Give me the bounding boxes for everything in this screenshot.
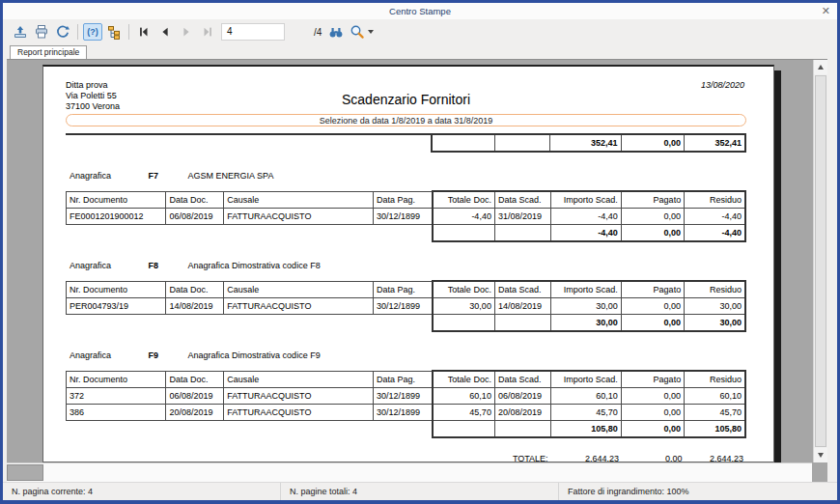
- table-row: FE0001201900012 06/08/2019 FATTURAACQUIS…: [67, 209, 746, 225]
- report-title: Scadenzario Fornitori: [66, 92, 746, 107]
- cell: -4,40: [685, 225, 745, 242]
- section-header-f8: Anagrafica F8 Anagrafica Dimostrativa co…: [66, 261, 746, 270]
- cell: 105,80: [685, 421, 745, 438]
- section-header-f7: Anagrafica F7 AGSM ENERGIA SPA: [66, 171, 746, 181]
- anagrafica-name: Anagrafica Dimostrativa codice F9: [188, 350, 321, 360]
- totals-row: 30,00 0,00 30,00: [67, 315, 746, 332]
- column-header: Causale: [224, 281, 374, 298]
- cell: 30/12/1899: [373, 388, 432, 405]
- cell: [67, 225, 166, 242]
- cell: 20/08/2019: [494, 405, 550, 421]
- print-date: 13/08/2020: [701, 80, 744, 90]
- cell: [66, 134, 165, 152]
- section-table-f7: Nr. Documento Data Doc. Causale Data Pag…: [66, 190, 746, 242]
- previous-page-button[interactable]: [154, 22, 176, 42]
- cell: [373, 134, 432, 152]
- first-page-button[interactable]: [133, 22, 154, 42]
- cell: [432, 134, 494, 152]
- vertical-scrollbar[interactable]: [813, 60, 827, 462]
- horizontal-scrollbar[interactable]: [7, 462, 812, 482]
- cell: [373, 421, 432, 438]
- table-row: PER004793/19 14/08/2019 FATTURAACQUISTO …: [67, 298, 746, 315]
- refresh-button[interactable]: [52, 22, 73, 42]
- cell: -4,40: [550, 209, 621, 225]
- header-row: Nr. Documento Data Doc. Causale Data Pag…: [67, 371, 746, 388]
- cell: -4,40: [685, 209, 745, 225]
- first-page-icon: [137, 25, 151, 39]
- cell: 386: [67, 405, 166, 421]
- column-header: Data Doc.: [166, 371, 224, 388]
- cell: 30/12/1899: [373, 298, 432, 315]
- cell: [224, 421, 374, 438]
- cell: [224, 451, 374, 462]
- totals-row: -4,40 0,00 -4,40: [67, 225, 746, 242]
- group-tree-button[interactable]: [103, 22, 125, 42]
- anagrafica-label: Anagrafica: [70, 261, 111, 270]
- group-tree-icon: [106, 24, 122, 40]
- column-header: Data Scad.: [494, 281, 550, 298]
- cell: 352,41: [550, 134, 621, 152]
- cell: 30,00: [550, 315, 621, 332]
- page-total-label: /4: [314, 27, 322, 38]
- next-page-icon: [180, 25, 193, 39]
- cell: 0,00: [621, 209, 684, 225]
- report-page: Ditta prova Via Poletti 55 37100 Verona …: [42, 65, 774, 462]
- column-header: Totale Doc.: [433, 281, 495, 298]
- column-header: Pagato: [621, 371, 684, 388]
- parameter-panel-toggle-button[interactable]: (?): [82, 22, 103, 42]
- totals-row: 105,80 0,00 105,80: [67, 421, 746, 438]
- cell: -4,40: [550, 225, 621, 242]
- cell: [67, 315, 166, 332]
- cell: [433, 225, 495, 242]
- close-icon[interactable]: ✕: [822, 4, 830, 17]
- cell: PER004793/19: [67, 298, 166, 315]
- cell: [166, 451, 224, 462]
- cell: [494, 421, 550, 438]
- find-button[interactable]: [325, 22, 347, 42]
- anagrafica-label: Anagrafica: [70, 350, 111, 360]
- cell: [433, 451, 495, 462]
- cell: [373, 315, 432, 332]
- grand-total-importo: 2.644,23: [551, 451, 622, 462]
- last-page-button[interactable]: [197, 22, 218, 42]
- cell: 30,00: [685, 315, 745, 332]
- cell: 31/08/2019: [494, 209, 550, 225]
- cell: 60,10: [685, 388, 745, 405]
- column-header: Nr. Documento: [67, 281, 166, 298]
- cell: [166, 315, 224, 332]
- header-row: Nr. Documento Data Doc. Causale Data Pag…: [67, 281, 746, 298]
- cell: 30/12/1899: [373, 209, 432, 225]
- vertical-scrollbar-thumb[interactable]: [815, 75, 826, 447]
- print-button[interactable]: [31, 22, 52, 42]
- column-header: Data Doc.: [166, 191, 224, 209]
- anagrafica-code: F7: [149, 171, 159, 181]
- cell: 30,00: [433, 298, 495, 315]
- cell: [224, 315, 374, 332]
- cell: 0,00: [621, 134, 684, 152]
- table-row: 386 20/08/2019 FATTURAACQUISTO 30/12/189…: [67, 405, 746, 421]
- toolbar: (?): [3, 19, 837, 44]
- parameter-panel-toggle-icon: (?): [83, 23, 102, 41]
- column-header: Pagato: [621, 191, 684, 209]
- next-page-button[interactable]: [176, 22, 197, 42]
- column-header: Data Pag.: [373, 191, 432, 209]
- cell: 0,00: [621, 298, 684, 315]
- tab-report-principale[interactable]: Report principale: [10, 45, 87, 59]
- section-header-f9: Anagrafica F9 Anagrafica Dimostrativa co…: [66, 350, 746, 360]
- section-table-f9: Nr. Documento Data Doc. Causale Data Pag…: [66, 370, 746, 438]
- status-zoom-factor: Fattore di ingrandimento: 100%: [559, 483, 837, 500]
- export-button[interactable]: [10, 22, 31, 42]
- page-number-input[interactable]: 4: [221, 23, 285, 41]
- zoom-button[interactable]: [347, 22, 376, 42]
- column-header: Nr. Documento: [67, 371, 166, 388]
- scroll-down-button[interactable]: [814, 448, 827, 462]
- cell: 30,00: [550, 298, 621, 315]
- cell: 30/12/1899: [373, 405, 432, 421]
- scroll-up-button[interactable]: [814, 60, 827, 74]
- horizontal-scrollbar-thumb[interactable]: [7, 464, 43, 481]
- company-name: Ditta prova: [66, 80, 746, 91]
- cell: 372: [67, 388, 166, 405]
- cell: [494, 225, 550, 242]
- previous-page-icon: [158, 25, 172, 39]
- header-row: Nr. Documento Data Doc. Causale Data Pag…: [67, 191, 746, 209]
